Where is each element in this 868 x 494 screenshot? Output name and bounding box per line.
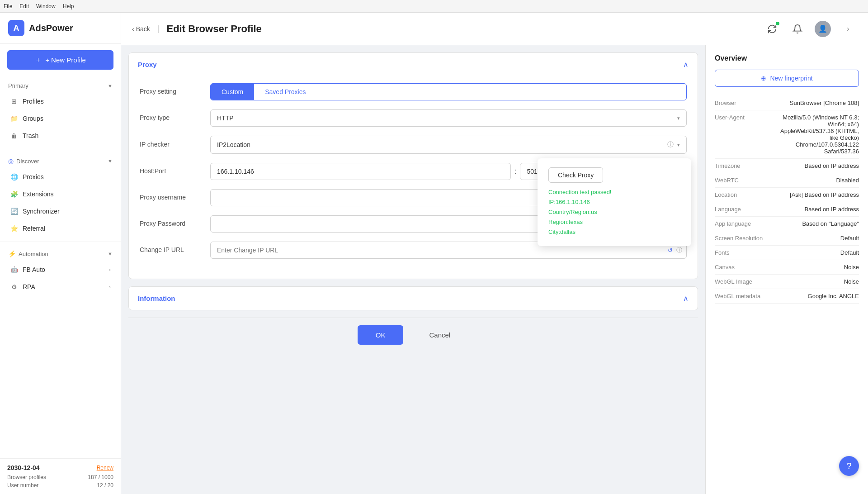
primary-chevron: ▼ bbox=[108, 83, 113, 89]
location-val: [Ask] Based on IP address bbox=[790, 191, 859, 198]
proxy-type-control: HTTP ▾ bbox=[210, 109, 687, 127]
page-title: Edit Browser Profile bbox=[166, 23, 261, 35]
form-section: Proxy ∧ Proxy setting Custom Saved Proxi… bbox=[121, 45, 705, 494]
title-separator: | bbox=[157, 24, 160, 33]
menu-edit[interactable]: Edit bbox=[19, 3, 29, 10]
information-card-header[interactable]: Information ∧ bbox=[129, 287, 698, 310]
timezone-val: Based on IP address bbox=[805, 162, 859, 169]
synchronizer-icon: 🔄 bbox=[10, 207, 18, 215]
overview-row-fonts: Fonts Default bbox=[715, 246, 859, 260]
ip-checker-value: IP2Location bbox=[217, 141, 250, 148]
sidebar-footer: 2030-12-04 Renew Browser profiles 187 / … bbox=[0, 458, 121, 494]
proxy-title: Proxy bbox=[138, 61, 157, 68]
support-icon: ? bbox=[846, 461, 851, 471]
fb-auto-arrow: › bbox=[109, 267, 111, 272]
sidebar-item-extensions[interactable]: 🧩 Extensions bbox=[0, 185, 121, 203]
user-number-label: User number bbox=[7, 482, 38, 489]
proxy-result-line1: Connection test passed! bbox=[548, 187, 680, 197]
ip-checker-select[interactable]: IP2Location ⓘ ▾ bbox=[210, 136, 687, 154]
expand-icon-btn[interactable]: › bbox=[839, 20, 857, 38]
primary-header[interactable]: Primary ▼ bbox=[0, 79, 121, 93]
sidebar-item-rpa[interactable]: ⚙ RPA › bbox=[0, 278, 121, 295]
information-collapse-icon: ∧ bbox=[683, 294, 689, 303]
proxy-collapse-icon: ∧ bbox=[683, 60, 689, 69]
update-icon-btn[interactable] bbox=[763, 20, 781, 38]
browser-profiles-stat: Browser profiles 187 / 1000 bbox=[7, 474, 113, 480]
menu-help[interactable]: Help bbox=[63, 3, 74, 10]
sidebar-item-groups[interactable]: 📁 Groups bbox=[0, 110, 121, 127]
automation-label: Automation bbox=[19, 251, 48, 257]
tab-saved-proxies[interactable]: Saved Proxies bbox=[254, 84, 316, 100]
new-fingerprint-label: New fingerprint bbox=[770, 75, 812, 82]
top-bar: ‹ Back | Edit Browser Profile bbox=[121, 13, 868, 45]
proxy-check-popup: Check Proxy Connection test passed! IP:1… bbox=[538, 158, 691, 246]
sidebar-item-profiles[interactable]: ⊞ Profiles bbox=[0, 93, 121, 110]
tab-custom[interactable]: Custom bbox=[211, 84, 254, 100]
renew-link[interactable]: Renew bbox=[97, 465, 113, 471]
sidebar-item-synchronizer[interactable]: 🔄 Synchronizer bbox=[0, 203, 121, 220]
profiles-label: Profiles bbox=[23, 98, 44, 105]
overview-table: Browser SunBrowser [Chrome 108] User-Age… bbox=[715, 96, 859, 304]
check-proxy-button[interactable]: Check Proxy bbox=[548, 167, 603, 183]
browser-profiles-label: Browser profiles bbox=[7, 474, 46, 480]
menu-file[interactable]: File bbox=[4, 3, 12, 10]
webgl-metadata-key: WebGL metadata bbox=[715, 293, 769, 299]
cancel-button[interactable]: Cancel bbox=[410, 325, 469, 345]
proxies-icon: 🌐 bbox=[10, 173, 18, 181]
webgl-image-key: WebGL Image bbox=[715, 278, 769, 285]
refresh-icon[interactable]: ↺ bbox=[668, 247, 673, 254]
back-button[interactable]: ‹ Back bbox=[132, 25, 150, 33]
automation-section: ⚡ Automation ▼ 🤖 FB Auto › ⚙ RPA › bbox=[0, 244, 121, 298]
sidebar-item-referral[interactable]: ⭐ Referral bbox=[0, 220, 121, 237]
proxy-username-label: Proxy username bbox=[140, 193, 203, 202]
change-ip-label: Change IP URL bbox=[140, 246, 203, 255]
menu-window[interactable]: Window bbox=[36, 3, 56, 10]
discover-header[interactable]: ◎ Discover ▼ bbox=[0, 154, 121, 168]
automation-header[interactable]: ⚡ Automation ▼ bbox=[0, 247, 121, 261]
content-area: ‹ Back | Edit Browser Profile bbox=[121, 13, 868, 494]
notification-icon-btn[interactable] bbox=[788, 20, 807, 38]
fingerprint-icon: ⊕ bbox=[761, 75, 766, 82]
host-input[interactable] bbox=[210, 163, 511, 180]
sidebar-logo: A AdsPower bbox=[0, 13, 121, 44]
user-avatar-btn[interactable]: 👤 bbox=[814, 20, 832, 38]
browser-profiles-value: 187 / 1000 bbox=[88, 474, 113, 480]
divider-2 bbox=[0, 242, 121, 242]
webgl-metadata-val: Google Inc. ANGLE bbox=[808, 293, 859, 299]
overview-row-canvas: Canvas Noise bbox=[715, 260, 859, 275]
proxy-type-select[interactable]: HTTP ▾ bbox=[210, 109, 687, 127]
overview-row-resolution: Screen Resolution Default bbox=[715, 231, 859, 246]
proxy-tabs: Custom Saved Proxies bbox=[210, 83, 687, 100]
synchronizer-label: Synchronizer bbox=[23, 208, 60, 215]
rpa-arrow: › bbox=[109, 284, 111, 290]
form-footer: OK Cancel bbox=[128, 318, 698, 352]
proxy-type-row: Proxy type HTTP ▾ bbox=[140, 109, 687, 127]
overview-panel: Overview ⊕ New fingerprint Browser SunBr… bbox=[705, 45, 868, 494]
discover-label: Discover bbox=[16, 158, 39, 165]
plus-icon: ＋ bbox=[35, 56, 42, 64]
useragent-val: Mozilla/5.0 (Windows NT 6.3; Win64; x64)… bbox=[774, 114, 859, 155]
overview-row-language: Language Based on IP address bbox=[715, 202, 859, 217]
ok-button[interactable]: OK bbox=[358, 325, 404, 345]
new-fingerprint-button[interactable]: ⊕ New fingerprint bbox=[715, 70, 859, 87]
support-button[interactable]: ? bbox=[839, 456, 859, 476]
new-profile-button[interactable]: ＋ + New Profile bbox=[7, 50, 113, 70]
information-title: Information bbox=[138, 294, 175, 302]
ip-checker-label: IP checker bbox=[140, 140, 203, 149]
proxy-card-body: Proxy setting Custom Saved Proxies Proxy… bbox=[129, 76, 698, 279]
information-card: Information ∧ bbox=[128, 286, 698, 310]
discover-icon: ◎ bbox=[8, 157, 14, 165]
proxy-type-value: HTTP bbox=[217, 114, 234, 122]
discover-chevron: ▼ bbox=[108, 158, 113, 164]
sidebar-item-trash[interactable]: 🗑 Trash bbox=[0, 127, 121, 144]
back-chevron: ‹ bbox=[132, 25, 134, 33]
bell-icon bbox=[793, 24, 802, 34]
proxy-type-label: Proxy type bbox=[140, 114, 203, 123]
sidebar-item-proxies[interactable]: 🌐 Proxies bbox=[0, 168, 121, 185]
sidebar-item-fb-auto[interactable]: 🤖 FB Auto › bbox=[0, 261, 121, 278]
divider-1 bbox=[0, 149, 121, 149]
extensions-icon: 🧩 bbox=[10, 190, 18, 198]
useragent-key: User-Agent bbox=[715, 114, 769, 155]
location-key: Location bbox=[715, 191, 769, 198]
proxy-card-header[interactable]: Proxy ∧ bbox=[129, 53, 698, 76]
